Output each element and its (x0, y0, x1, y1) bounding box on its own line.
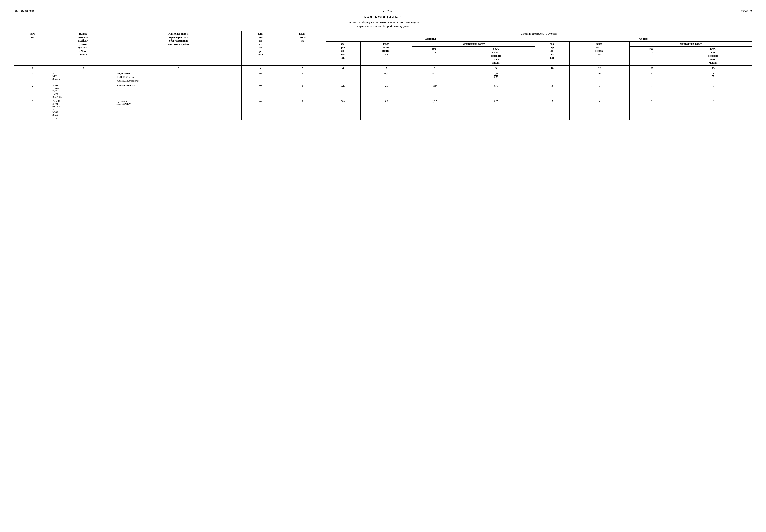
row3-preis: Доп. I2 I5-04 04-543 I5-I7 I-386 8-574- … (51, 99, 115, 120)
row1-zav-ed: I6,3 (360, 71, 412, 83)
doc-reference: 902-I-84.84 (XI) (14, 9, 34, 13)
th-mont-vtch-ob: в т.ч.зарпл.основ.поэкспл.машин (674, 47, 752, 65)
row1-num: I (14, 71, 51, 83)
row2-zav-ob: 3 (570, 83, 629, 99)
row2-obo-ob: 3 (535, 83, 570, 99)
row3-kol: I (280, 99, 325, 120)
row1-mont-vse-ed: 4,72 (412, 71, 457, 83)
row1-mont-vse-ob: 5 (629, 71, 674, 83)
th-smetnaya: Сметная стоимость (в рублях) (325, 31, 752, 36)
th-preis: Наиме-нованиепрейску-ранта,ценникаи № по… (51, 31, 115, 65)
th-mont-vse-ob: Все-го (629, 47, 674, 65)
row1-kol: I (280, 71, 325, 83)
title-sub: стоимости оборудования,изготовления и мо… (14, 20, 752, 29)
th-mont-ed: Монтажных работ (412, 42, 535, 47)
row3-zav-ed: 4,2 (360, 99, 412, 120)
col-n-9: 9 (457, 65, 535, 71)
row1-obo-ed: – (325, 71, 360, 83)
row3-zav-ob: 4 (570, 99, 629, 120)
row2-preis: I5-04 I3-053 I5-I7 I-428 8-574-55 (51, 83, 115, 99)
th-ed: Еди-ни-цаиз-ме-ре-ния (241, 31, 280, 65)
th-mont-vtch-ed: в т.ч.варпл.основ.поэкспл.машин (457, 47, 535, 65)
th-obo-ob: обо-ру-до-ва-ния (535, 42, 570, 65)
th-obo-ed: обо-ру-до-ва-ния (325, 42, 360, 65)
th-obshaya: Общая (535, 36, 752, 42)
header-row-1: №№пп Наиме-нованиепрейску-ранта,ценникаи… (14, 31, 752, 36)
row3-mont-vse-ob: 2 (629, 99, 674, 120)
title-sub-line1: стоимости оборудования,изготовления и мо… (14, 20, 752, 24)
th-name: Наименование ихарактеристикаоборудования… (115, 31, 241, 65)
col-n-7: 7 (360, 65, 412, 71)
col-n-1: I (14, 65, 51, 71)
col-n-12: I2 (629, 65, 674, 71)
row1-mont-vtch-ed: 1,58 0,79 (457, 71, 535, 83)
row2-mont-vse-ob: I (629, 83, 674, 99)
title-sub-line2: управления решеткой-дробилкой РД-600 (14, 24, 752, 29)
row1-obo-ob: – (535, 71, 570, 83)
row3-mont-vtch-ed: 0,85 (457, 99, 535, 120)
main-table: №№пп Наиме-нованиепрейску-ранта,ценникаи… (14, 31, 752, 120)
doc-ref-text: 902-I-84.84 (XI) (14, 9, 34, 13)
th-edinitsy: Единицы (325, 36, 535, 42)
row2-obo-ed: 3,I5 (325, 83, 360, 99)
col-n-2: 2 (51, 65, 115, 71)
row1-name: Ящик типаЯУЭ 0863 разме-ром 800х600х350м… (115, 71, 241, 83)
row2-num: 2 (14, 83, 51, 99)
page-header: 902-I-84.84 (XI) - 170- 19581-11 (14, 9, 752, 13)
doc-number-text: 19581-11 (741, 9, 752, 13)
row3-name: ПускательПМЛ-IIОIО4 (115, 99, 241, 120)
row2-name: Реле РТ 40/IОУ4 (115, 83, 241, 99)
page-number-block: - 170- (383, 9, 392, 13)
col-n-13: I3 (674, 65, 752, 71)
row2-zav-ed: 2,5 (360, 83, 412, 99)
row3-num: 3 (14, 99, 51, 120)
row1-zav-ob: I6 (570, 71, 629, 83)
row3-mont-vse-ed: I,67 (412, 99, 457, 120)
col-n-11: II (570, 65, 629, 71)
doc-number: 19581-11 (741, 9, 752, 13)
row2-kol: I (280, 83, 325, 99)
th-mont-vse-ed: Все-го (412, 47, 457, 65)
col-n-4: 4 (241, 65, 280, 71)
th-zav-ob: Завод-ского —монта-жа (570, 42, 629, 65)
page-number: - 170- (383, 9, 392, 13)
row3-ed: шт (241, 99, 280, 120)
th-mont-ob: Монтажных работ (629, 42, 752, 47)
col-n-8: 8 (412, 65, 457, 71)
row2-ed: шт (241, 83, 280, 99)
col-n-10: I0 (535, 65, 570, 71)
title-main: КАЛЬКУЛЯЦИЯ № 3 (14, 15, 752, 19)
table-row: 2 I5-04 I3-053 I5-I7 I-428 8-574-55 Реле… (14, 83, 752, 99)
table-row: 3 Доп. I2 I5-04 04-543 I5-I7 I-386 8-574… (14, 99, 752, 120)
col-numbers-row: I 2 3 4 5 6 7 8 9 I0 II I2 I3 (14, 65, 752, 71)
col-n-6: 6 (325, 65, 360, 71)
row2-mont-vtch-ob: I (674, 83, 752, 99)
row1-ed: шт (241, 71, 280, 83)
row3-obo-ed: 5,0 (325, 99, 360, 120)
row1-preis: I5-I7 I-I02 8-572-4 (51, 71, 115, 83)
row1-mont-vtch-ob: 2 I (674, 71, 752, 83)
th-zav-ed: Завод-скогомонта-жа (360, 42, 412, 65)
col-n-5: 5 (280, 65, 325, 71)
row3-mont-vtch-ob: I (674, 99, 752, 120)
th-num: №№пп (14, 31, 51, 65)
col-n-3: 3 (115, 65, 241, 71)
title-block: КАЛЬКУЛЯЦИЯ № 3 стоимости оборудования,и… (14, 15, 752, 29)
table-row: I I5-I7 I-I02 8-572-4 Ящик типаЯУЭ 0863 … (14, 71, 752, 83)
row3-obo-ob: 5 (535, 99, 570, 120)
row2-mont-vse-ed: I,I9 (412, 83, 457, 99)
th-kol: Коли-чест-во (280, 31, 325, 65)
row2-mont-vtch-ed: 0,73 (457, 83, 535, 99)
